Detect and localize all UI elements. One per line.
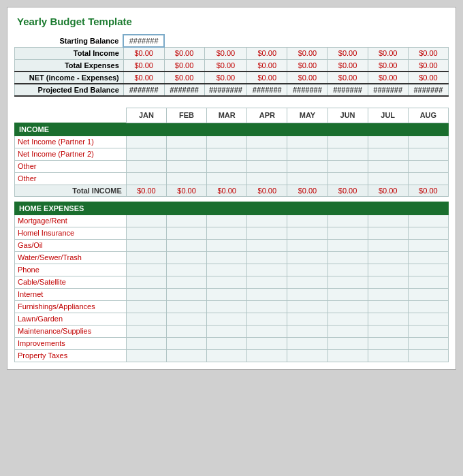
home-item-2-mar[interactable] [207,239,247,251]
total-income-may[interactable]: $0.00 [287,47,328,59]
home-item-1-feb[interactable] [167,227,207,239]
home-item-7-jul[interactable] [368,300,408,313]
income-item-1-jun[interactable] [328,148,368,160]
income-item-2-aug[interactable] [408,160,448,172]
total-expenses-jan[interactable]: $0.00 [123,59,164,72]
projected-may[interactable]: ####### [287,84,328,96]
home-item-8-mar[interactable] [207,313,247,325]
home-item-9-aug[interactable] [408,325,448,337]
total-income-mar[interactable]: $0.00 [204,47,247,59]
home-item-7-jan[interactable] [126,300,166,313]
home-item-5-jan[interactable] [126,276,166,288]
income-item-1-apr[interactable] [247,148,287,160]
home-item-6-aug[interactable] [408,288,448,300]
home-item-2-may[interactable] [287,239,328,251]
home-item-2-jan[interactable] [126,239,166,251]
home-item-10-jul[interactable] [368,337,408,349]
total-income-apr[interactable]: $0.00 [247,47,287,59]
total-income-section-mar[interactable]: $0.00 [207,185,247,196]
home-item-6-may[interactable] [287,288,328,300]
home-item-4-apr[interactable] [247,264,287,276]
home-item-7-jun[interactable] [328,300,368,313]
home-item-4-aug[interactable] [408,264,448,276]
income-item-1-may[interactable] [287,148,328,160]
income-item-0-mar[interactable] [207,136,247,148]
home-item-11-feb[interactable] [167,349,207,362]
income-item-0-jan[interactable] [126,136,166,148]
home-item-11-apr[interactable] [247,349,287,362]
home-item-7-feb[interactable] [167,300,207,313]
home-item-5-jun[interactable] [328,276,368,288]
total-income-section-feb[interactable]: $0.00 [167,185,207,196]
home-item-3-feb[interactable] [167,251,207,264]
home-item-8-aug[interactable] [408,313,448,325]
home-item-1-jul[interactable] [368,227,408,239]
total-income-feb[interactable]: $0.00 [164,47,204,59]
home-item-3-aug[interactable] [408,251,448,264]
home-item-8-may[interactable] [287,313,328,325]
home-item-11-jul[interactable] [368,349,408,362]
home-item-0-apr[interactable] [247,215,287,227]
home-item-6-jan[interactable] [126,288,166,300]
income-item-2-apr[interactable] [247,160,287,172]
home-item-10-feb[interactable] [167,337,207,349]
total-income-jan[interactable]: $0.00 [123,47,164,59]
income-item-2-may[interactable] [287,160,328,172]
home-item-1-jan[interactable] [126,227,166,239]
home-item-0-feb[interactable] [167,215,207,227]
home-item-2-aug[interactable] [408,239,448,251]
income-item-3-aug[interactable] [408,172,448,185]
home-item-6-apr[interactable] [247,288,287,300]
home-item-5-mar[interactable] [207,276,247,288]
home-item-1-aug[interactable] [408,227,448,239]
projected-feb[interactable]: ####### [164,84,204,96]
home-item-10-jan[interactable] [126,337,166,349]
income-item-3-jun[interactable] [328,172,368,185]
total-expenses-aug[interactable]: $0.00 [408,59,448,72]
home-item-0-aug[interactable] [408,215,448,227]
home-item-11-may[interactable] [287,349,328,362]
net-mar[interactable]: $0.00 [204,72,247,84]
home-item-0-mar[interactable] [207,215,247,227]
income-item-3-jan[interactable] [126,172,166,185]
home-item-4-mar[interactable] [207,264,247,276]
home-item-9-jul[interactable] [368,325,408,337]
home-item-11-aug[interactable] [408,349,448,362]
total-expenses-feb[interactable]: $0.00 [164,59,204,72]
home-item-2-jul[interactable] [368,239,408,251]
home-item-5-jul[interactable] [368,276,408,288]
home-item-11-mar[interactable] [207,349,247,362]
home-item-3-apr[interactable] [247,251,287,264]
home-item-8-jun[interactable] [328,313,368,325]
home-item-0-jan[interactable] [126,215,166,227]
home-item-7-aug[interactable] [408,300,448,313]
home-item-4-jul[interactable] [368,264,408,276]
income-item-0-may[interactable] [287,136,328,148]
home-item-1-jun[interactable] [328,227,368,239]
income-item-1-aug[interactable] [408,148,448,160]
home-item-9-feb[interactable] [167,325,207,337]
income-item-2-mar[interactable] [207,160,247,172]
net-feb[interactable]: $0.00 [164,72,204,84]
total-income-section-jun[interactable]: $0.00 [328,185,368,196]
home-item-7-may[interactable] [287,300,328,313]
projected-aug[interactable]: ####### [408,84,448,96]
income-item-2-jan[interactable] [126,160,166,172]
income-item-2-feb[interactable] [167,160,207,172]
income-item-3-feb[interactable] [167,172,207,185]
income-item-2-jul[interactable] [368,160,408,172]
total-income-jun[interactable]: $0.00 [328,47,368,59]
home-item-2-apr[interactable] [247,239,287,251]
home-item-10-aug[interactable] [408,337,448,349]
home-item-3-jul[interactable] [368,251,408,264]
income-item-1-jan[interactable] [126,148,166,160]
income-item-0-jul[interactable] [368,136,408,148]
home-item-9-mar[interactable] [207,325,247,337]
income-item-1-jul[interactable] [368,148,408,160]
starting-balance-value[interactable]: ####### [123,35,164,47]
total-income-section-aug[interactable]: $0.00 [408,185,448,196]
total-income-section-jul[interactable]: $0.00 [368,185,408,196]
total-income-section-jan[interactable]: $0.00 [126,185,166,196]
total-income-section-apr[interactable]: $0.00 [247,185,287,196]
home-item-6-mar[interactable] [207,288,247,300]
